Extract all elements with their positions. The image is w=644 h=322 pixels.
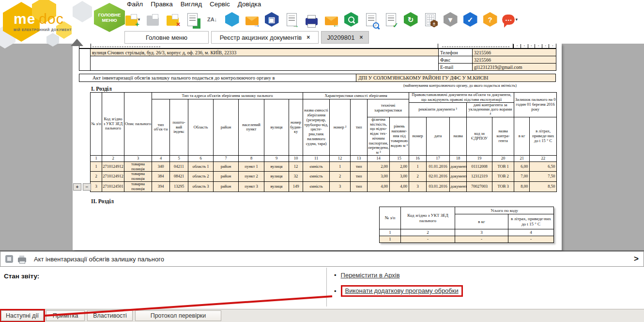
cell[interactable]: вулиця (264, 172, 289, 182)
menu-item[interactable]: Довідка (238, 0, 261, 8)
action-move-to-archive[interactable]: Перемістити в Архів (341, 272, 400, 279)
cell[interactable]: 6,00 (514, 161, 530, 172)
verify-hex-icon[interactable] (343, 11, 359, 28)
cell[interactable]: 13295 (170, 182, 188, 192)
receive-mail-icon[interactable]: ← (323, 11, 339, 28)
cell[interactable]: 2,00 (368, 161, 390, 172)
cell[interactable]: 3 (91, 182, 102, 192)
structure-hex-icon[interactable] (224, 11, 240, 28)
cell[interactable]: 1 (91, 161, 102, 172)
close-tab-icon[interactable]: × (360, 34, 363, 41)
cell[interactable]: район (214, 161, 239, 172)
add-row-button[interactable]: + (73, 183, 81, 191)
cell[interactable]: район (214, 172, 239, 182)
cell[interactable]: пункт 2 (239, 172, 264, 182)
send-mail-icon[interactable]: → (244, 11, 260, 28)
cell[interactable]: 01112008 (467, 161, 492, 172)
cell[interactable]: - (401, 236, 455, 243)
cell[interactable]: 3 (409, 182, 427, 192)
cell[interactable]: 7,50 (530, 172, 557, 182)
email-field[interactable]: gl12312319@gmail.com (473, 64, 556, 71)
cell[interactable]: вулиця (264, 182, 289, 192)
menu-item[interactable]: Вигляд (181, 0, 202, 8)
open-folder-icon[interactable] (145, 11, 160, 28)
tab-properties[interactable]: Властивості (87, 310, 133, 321)
sort-za-icon[interactable]: ZA↓ (204, 11, 220, 28)
tab-excise-registry[interactable]: Реєстр акцизних документів× (211, 31, 319, 44)
cell[interactable]: 4,00 (368, 182, 390, 192)
cell[interactable]: товарна позиція (124, 182, 152, 192)
phone-field[interactable]: 3215566 (473, 49, 556, 56)
cell[interactable]: 12 (289, 161, 303, 172)
cell[interactable]: 02.01.2016 (427, 172, 450, 182)
tab-check-protocol[interactable]: Протокол перевірки (135, 310, 221, 321)
cell[interactable]: 1 (380, 236, 401, 243)
cell[interactable]: документ (450, 182, 467, 192)
sign-hex-icon[interactable]: ✓ (462, 11, 478, 28)
cell[interactable]: документ (450, 172, 467, 182)
cell[interactable]: ємність (303, 172, 330, 182)
cell[interactable]: 8,50 (530, 182, 557, 192)
cell[interactable]: товарна позиція (124, 172, 152, 182)
cell[interactable]: 2,00 (390, 161, 409, 172)
cell[interactable]: - (455, 236, 508, 243)
filter-hex-icon[interactable]: ▼ (443, 11, 458, 28)
cell[interactable]: район (214, 182, 239, 192)
cell[interactable]: 70027003 (467, 182, 492, 192)
cell[interactable]: 03.01.2016 (427, 182, 450, 192)
document-search-icon[interactable] (363, 11, 379, 28)
create-report-icon[interactable]: +▾ (125, 11, 140, 28)
cell[interactable]: 01.01.2016 (427, 161, 450, 172)
cell[interactable]: 384 (152, 172, 170, 182)
cell[interactable]: вулиця (264, 161, 289, 172)
print-icon[interactable] (304, 11, 319, 28)
cell[interactable]: 3 (330, 182, 351, 192)
cell[interactable]: 32 (289, 172, 303, 182)
cell[interactable]: область 1 (188, 161, 214, 172)
tab-note[interactable]: Примітка (46, 310, 85, 321)
cell[interactable]: 7,00 (514, 172, 530, 182)
cell[interactable]: тип (351, 161, 368, 172)
cell[interactable]: 3,00 (368, 172, 390, 182)
cell[interactable]: 2710124501 (102, 182, 124, 192)
menu-item[interactable]: Сервіс (210, 0, 230, 8)
cell[interactable]: - (508, 236, 554, 243)
cell[interactable]: пункт 3 (239, 182, 264, 192)
cell[interactable]: тип (351, 182, 368, 192)
cell[interactable]: область 3 (188, 182, 214, 192)
cell[interactable]: 2710124912 (102, 172, 124, 182)
feedback-bubble-icon[interactable]: …▾ (502, 11, 518, 28)
authority-field[interactable]: ДПІ У СОЛОМ'ЯНСЬКОМУ РАЙОНІ ГУ ДФС У М.К… (356, 74, 555, 81)
calculator-icon[interactable]: ± (423, 11, 438, 28)
tab-document-j0209801[interactable]: J0209801× (321, 31, 369, 44)
cell[interactable]: 2 (409, 172, 427, 182)
cell[interactable]: 149 (289, 182, 303, 192)
cell[interactable]: ємність (303, 161, 330, 172)
save-hex-icon[interactable]: ▣ (264, 11, 279, 28)
main-menu-button[interactable]: ГОЛОВНЕ МЕНЮ (94, 3, 125, 32)
cell[interactable]: 340 (152, 161, 170, 172)
copy-document-icon[interactable] (184, 11, 200, 28)
cell[interactable]: 08421 (170, 172, 188, 182)
help-hex-icon[interactable]: ? (482, 11, 498, 28)
cell[interactable]: ємність (303, 182, 330, 192)
cell[interactable]: тип (351, 172, 368, 182)
cell[interactable]: 6,50 (530, 161, 557, 172)
cell[interactable]: ТОВ 1 (492, 161, 514, 172)
cell[interactable]: пункт 1 (239, 161, 264, 172)
tab-next-actions[interactable]: Наступні дії (1, 310, 44, 321)
delete-report-icon[interactable]: × (165, 11, 180, 28)
close-tab-icon[interactable]: × (307, 34, 310, 41)
menu-item[interactable]: Правка (151, 0, 173, 8)
cell[interactable]: 1 (330, 161, 351, 172)
cell[interactable]: 4,00 (390, 182, 409, 192)
fax-field[interactable]: 3215566 (473, 56, 556, 64)
save-icon[interactable] (5, 255, 13, 263)
action-run-extra-program[interactable]: Виконати додаткову програму обробки (345, 287, 459, 294)
cell[interactable]: 12312319 (467, 172, 492, 182)
menu-item[interactable]: Файл (127, 0, 143, 8)
cell[interactable]: 2 (330, 172, 351, 182)
cell[interactable]: область 2 (188, 172, 214, 182)
cell[interactable]: 394 (152, 182, 170, 192)
cell[interactable]: 04211 (170, 161, 188, 172)
